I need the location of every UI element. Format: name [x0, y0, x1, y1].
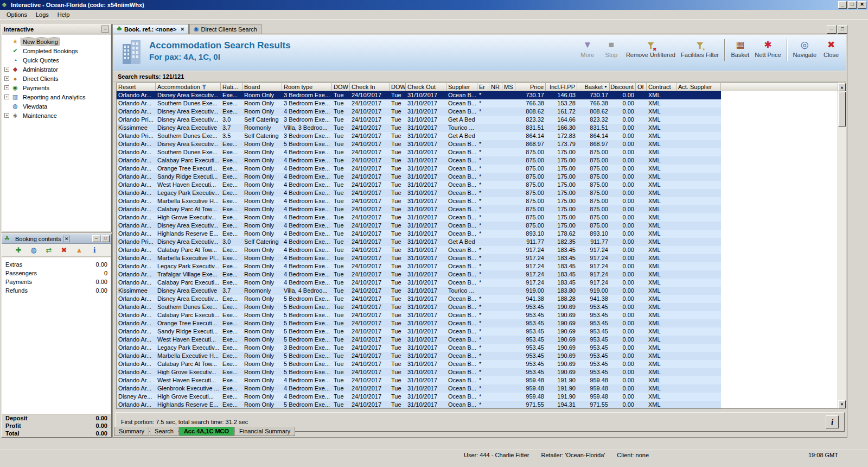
- column-header-resort[interactable]: Resort: [117, 83, 156, 91]
- table-row[interactable]: Orlando Ar...High Grove Executiv...Exe..…: [117, 368, 721, 376]
- booking-contents-row[interactable]: Passengers0: [5, 269, 107, 277]
- remove-unfiltered-button[interactable]: ✖Remove Unfiltered: [623, 38, 678, 59]
- bottom-tab-financial-summary[interactable]: Financial Summary: [234, 427, 295, 436]
- table-row[interactable]: Orlando Ar...Orange Tree Executi...Exe..…: [117, 319, 721, 327]
- sidebar-item-new-booking[interactable]: ★New Booking: [2, 37, 111, 46]
- table-row[interactable]: Orlando Ar...Disney Area Executiv...Exe.…: [117, 108, 721, 116]
- mdi-restore-button[interactable]: □: [838, 25, 847, 34]
- navigate-button[interactable]: ◎Navigate: [790, 38, 819, 59]
- table-row[interactable]: Orlando Ar...Legacy Park Executiv...Exe.…: [117, 344, 721, 352]
- table-row[interactable]: Orlando Ar...Southern Dunes Exe...Exe...…: [117, 148, 721, 156]
- sidebar-item-administrator[interactable]: +◆Administrator: [2, 65, 111, 74]
- table-row[interactable]: Orlando Ar...Highlands Reserve E...Exe..…: [117, 401, 721, 409]
- table-row[interactable]: Orlando Ar...Disney Area Executiv...Exe.…: [117, 140, 721, 148]
- vertical-scrollbar[interactable]: ▲ ▼: [838, 83, 846, 409]
- column-header-dow[interactable]: DOW: [390, 83, 406, 91]
- expand-icon[interactable]: +: [4, 67, 9, 72]
- table-row[interactable]: Orlando Ar...West Haven Executi...Exe...…: [117, 376, 721, 384]
- table-row[interactable]: Orlando Ar...Marbella Executive Pl...Exe…: [117, 254, 721, 262]
- table-row[interactable]: Orlando Ar...Orange Tree Executi...Exe..…: [117, 165, 721, 173]
- booking-contents-minimize-button[interactable]: –: [92, 235, 100, 242]
- column-header-check-in[interactable]: Check In: [350, 83, 390, 91]
- sidebar-item-maintenance[interactable]: +◈Maintenance: [2, 111, 111, 120]
- table-row[interactable]: Orlando Ar...Highlands Reserve E...Exe..…: [117, 230, 721, 238]
- table-row[interactable]: KissimmeeDisney Area Executive3.7Roomonl…: [117, 287, 721, 295]
- more-button[interactable]: ▼More: [576, 38, 599, 59]
- scroll-up-icon[interactable]: ▲: [838, 83, 846, 91]
- table-row[interactable]: Orlando Pri...Disney Area Executiv...3.0…: [117, 238, 721, 246]
- close-window-button[interactable]: ✕: [858, 1, 866, 9]
- expand-icon[interactable]: +: [4, 85, 9, 90]
- scrollbar-thumb[interactable]: [838, 92, 846, 127]
- table-row[interactable]: Orlando Pri...Southern Dunes Exe...3.5Se…: [117, 132, 721, 140]
- column-header-supplier[interactable]: Supplier: [446, 83, 477, 91]
- facilities-filter-button[interactable]: ✦Facilities Filter: [678, 38, 722, 59]
- table-row[interactable]: Orlando Ar...Legacy Park Executiv...Exe.…: [117, 262, 721, 270]
- menu-options[interactable]: Options: [2, 10, 31, 19]
- bottom-tab-search[interactable]: Search: [150, 427, 178, 436]
- delete-icon[interactable]: ✖: [59, 246, 69, 254]
- table-row[interactable]: Orlando Ar...Calabay Parc Executi...Exe.…: [117, 279, 721, 287]
- nett-price-button[interactable]: ✱Nett Price: [752, 38, 783, 59]
- add-icon[interactable]: ✚: [14, 246, 23, 254]
- table-row[interactable]: Orlando Ar...Sandy Ridge Executi...Exe..…: [117, 327, 721, 336]
- column-header-ms[interactable]: MS: [502, 83, 515, 91]
- table-row[interactable]: Orlando Ar...Marbella Executive H...Exe.…: [117, 352, 721, 360]
- quote-globe-icon[interactable]: ◍: [29, 246, 39, 254]
- sidebar-item-viewdata[interactable]: ◍Viewdata: [2, 102, 111, 111]
- table-row[interactable]: Orlando Ar...Disney Area Executiv...Exe.…: [117, 222, 721, 230]
- expand-icon[interactable]: +: [4, 76, 9, 81]
- table-row[interactable]: Orlando Ar...Sandy Ridge Executi...Exe..…: [117, 173, 721, 181]
- move-up-icon[interactable]: ▲: [74, 246, 84, 254]
- table-row[interactable]: Orlando Pri...Disney Area Executiv...3.0…: [117, 116, 721, 124]
- sidebar-item-payments[interactable]: +◉Payments: [2, 83, 111, 92]
- menu-logs[interactable]: Logs: [31, 10, 53, 19]
- expand-icon[interactable]: +: [4, 113, 9, 118]
- table-row[interactable]: Orlando Ar...West Haven Executi...Exe...…: [117, 336, 721, 344]
- column-header-of[interactable]: Of: [636, 83, 647, 91]
- table-row[interactable]: Orlando Ar...Calabay Parc At Tow...Exe..…: [117, 246, 721, 254]
- minimize-button[interactable]: _: [838, 1, 847, 9]
- table-row[interactable]: Orlando Ar...Legacy Park Executiv...Exe.…: [117, 189, 721, 197]
- column-header-accommodation[interactable]: Accommodation: [156, 83, 221, 91]
- tab-close-icon[interactable]: ✕: [180, 27, 184, 32]
- tab-direct-clients-search[interactable]: ◉ Direct Clients Search: [189, 24, 261, 34]
- scroll-down-icon[interactable]: ▼: [838, 400, 846, 408]
- menu-help[interactable]: Help: [53, 10, 74, 19]
- booking-contents-row[interactable]: Extras0.00: [5, 260, 107, 269]
- column-header-discount[interactable]: Discount: [610, 83, 636, 91]
- sidebar-item-quick-quotes[interactable]: ◔Quick Quotes: [2, 55, 111, 65]
- info-button[interactable]: i: [826, 415, 839, 428]
- table-row[interactable]: Orlando Ar...Disney Area Executiv...Exe.…: [117, 91, 721, 99]
- column-header-board[interactable]: Board: [242, 83, 282, 91]
- column-header-basket[interactable]: Basket▼: [577, 83, 610, 91]
- tab-booking-ref[interactable]: ☘ Book. ref.: <none> ✕: [112, 24, 189, 34]
- column-header-rati[interactable]: Rati...: [221, 83, 242, 91]
- sidebar-item-direct-clients[interactable]: +●Direct Clients: [2, 74, 111, 83]
- column-header-act-supplier[interactable]: Act. Supplier: [676, 83, 721, 91]
- sidebar-item-completed-bookings[interactable]: ✔Completed Bookings: [2, 46, 111, 55]
- basket-button[interactable]: ▦Basket: [728, 38, 752, 59]
- column-header-contract[interactable]: Contract: [647, 83, 676, 91]
- close-button[interactable]: ✖Close: [819, 38, 843, 59]
- transfer-icon[interactable]: ⇄: [44, 246, 54, 254]
- info-icon[interactable]: ℹ: [90, 246, 99, 254]
- maximize-button[interactable]: □: [848, 1, 857, 9]
- table-row[interactable]: Orlando Ar...Glenbrook Executive ...Exe.…: [117, 384, 721, 393]
- table-row[interactable]: Orlando Ar...High Grove Executiv...Exe..…: [117, 213, 721, 222]
- column-header-price[interactable]: Price: [515, 83, 546, 91]
- sidebar-item-reporting-and-analytics[interactable]: +▥Reporting and Analytics: [2, 92, 111, 102]
- table-row[interactable]: Orlando Ar...Trafalgar Village Exe...Exe…: [117, 270, 721, 279]
- column-header-er[interactable]: Er: [477, 83, 489, 91]
- expand-icon[interactable]: +: [4, 94, 9, 99]
- mdi-minimize-button[interactable]: –: [827, 25, 837, 34]
- filter-funnel-icon[interactable]: [202, 85, 207, 90]
- table-row[interactable]: Disney Are...High Grove Executi...Exe...…: [117, 393, 721, 401]
- booking-contents-restore-button[interactable]: □: [101, 235, 110, 242]
- table-row[interactable]: KissimmeeDisney Area Executive3.7Roomonl…: [117, 124, 721, 132]
- table-row[interactable]: Orlando Ar...Marbella Executive H...Exe.…: [117, 197, 721, 205]
- table-row[interactable]: Orlando Ar...Calabay Parc Executi...Exe.…: [117, 156, 721, 165]
- column-header-room-type[interactable]: Room type: [282, 83, 332, 91]
- bottom-tab-summary[interactable]: Summary: [114, 427, 149, 436]
- table-row[interactable]: Orlando Ar...West Haven Executi...Exe...…: [117, 181, 721, 189]
